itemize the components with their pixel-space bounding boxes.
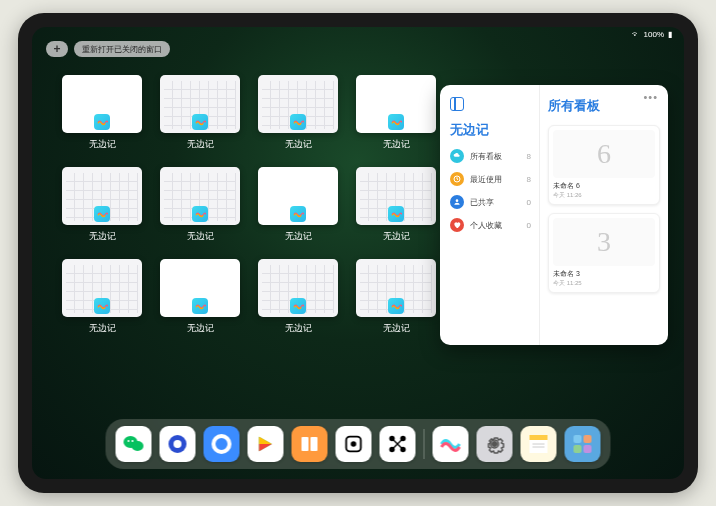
sidebar-toggle-icon[interactable] (450, 97, 464, 111)
dock-wechat-icon[interactable] (116, 426, 152, 462)
sidebar-item-cloud[interactable]: 所有看板8 (450, 149, 531, 163)
window-thumbnail[interactable]: 无边记 (356, 167, 436, 243)
window-more-icon[interactable]: ••• (643, 91, 658, 103)
svg-rect-23 (584, 435, 592, 443)
svg-point-5 (132, 440, 134, 442)
thumbnail-label: 无边记 (285, 230, 312, 243)
freeform-app-icon (192, 298, 208, 314)
sidebar-item-clock[interactable]: 最近使用8 (450, 172, 531, 186)
dock-freeform-icon[interactable] (433, 426, 469, 462)
screen: ᯤ 100% ▮ + 重新打开已关闭的窗口 无边记无边记无边记无边记无边记无边记… (32, 27, 684, 479)
freeform-app-icon (94, 298, 110, 314)
window-thumbnail[interactable]: 无边记 (160, 259, 240, 335)
sidebar-item-count: 0 (527, 198, 531, 207)
board-card[interactable]: 6未命名 6今天 11:26 (548, 125, 660, 205)
thumbnail-label: 无边记 (285, 138, 312, 151)
svg-rect-10 (311, 437, 318, 451)
thumbnail-preview (160, 75, 240, 133)
board-card[interactable]: 3未命名 3今天 11:25 (548, 213, 660, 293)
battery-icon: ▮ (668, 30, 672, 39)
thumbnail-label: 无边记 (89, 230, 116, 243)
cloud-icon (450, 149, 464, 163)
sidebar-item-count: 8 (527, 152, 531, 161)
board-preview: 3 (553, 218, 655, 266)
thumbnail-preview (258, 167, 338, 225)
top-controls: + 重新打开已关闭的窗口 (46, 41, 170, 57)
thumbnail-preview (258, 259, 338, 317)
freeform-app-icon (94, 114, 110, 130)
board-date: 今天 11:26 (553, 191, 655, 200)
svg-point-3 (132, 441, 144, 451)
sidebar-item-count: 8 (527, 175, 531, 184)
sidebar-item-person[interactable]: 已共享0 (450, 195, 531, 209)
sidebar-item-label: 最近使用 (470, 174, 502, 185)
freeform-app-icon (192, 206, 208, 222)
freeform-app-icon (192, 114, 208, 130)
window-thumbnail[interactable]: 无边记 (160, 167, 240, 243)
thumbnail-label: 无边记 (187, 322, 214, 335)
window-thumbnail[interactable]: 无边记 (160, 75, 240, 151)
freeform-app-icon (388, 206, 404, 222)
thumbnail-preview (62, 75, 142, 133)
thumbnail-label: 无边记 (383, 230, 410, 243)
dock (106, 419, 611, 469)
dock-dice-icon[interactable] (336, 426, 372, 462)
board-name: 未命名 6 (553, 181, 655, 191)
svg-point-12 (351, 441, 357, 447)
reopen-closed-window-button[interactable]: 重新打开已关闭的窗口 (74, 41, 170, 57)
window-thumbnail[interactable]: 无边记 (62, 75, 142, 151)
thumbnail-preview (62, 259, 142, 317)
dock-applib-icon[interactable] (565, 426, 601, 462)
content-pane: 所有看板 6未命名 6今天 11:263未命名 3今天 11:25 (540, 85, 668, 345)
ipad-frame: ᯤ 100% ▮ + 重新打开已关闭的窗口 无边记无边记无边记无边记无边记无边记… (18, 13, 698, 493)
window-thumbnail[interactable]: 无边记 (62, 259, 142, 335)
svg-point-7 (174, 440, 182, 448)
dock-nodes-icon[interactable] (380, 426, 416, 462)
window-thumbnail[interactable]: 无边记 (356, 75, 436, 151)
battery-pct: 100% (644, 30, 664, 39)
app-title: 无边记 (450, 121, 531, 139)
svg-point-8 (214, 436, 230, 452)
thumbnail-preview (356, 259, 436, 317)
expanded-app-window[interactable]: ••• 无边记 所有看板8最近使用8已共享0个人收藏0 所有看板 6未命名 6今… (440, 85, 668, 345)
svg-rect-18 (530, 435, 548, 440)
dock-browser2-icon[interactable] (204, 426, 240, 462)
dock-books-icon[interactable] (292, 426, 328, 462)
svg-rect-25 (584, 445, 592, 453)
svg-point-4 (128, 440, 130, 442)
svg-rect-24 (574, 445, 582, 453)
thumbnail-label: 无边记 (89, 138, 116, 151)
svg-rect-9 (302, 437, 309, 451)
thumbnail-label: 无边记 (383, 138, 410, 151)
window-thumbnail[interactable]: 无边记 (258, 167, 338, 243)
person-icon (450, 195, 464, 209)
dock-play-icon[interactable] (248, 426, 284, 462)
svg-rect-22 (574, 435, 582, 443)
dock-separator (424, 429, 425, 459)
sidebar: 无边记 所有看板8最近使用8已共享0个人收藏0 (440, 85, 540, 345)
clock-icon (450, 172, 464, 186)
freeform-app-icon (290, 114, 306, 130)
board-preview: 6 (553, 130, 655, 178)
freeform-app-icon (290, 206, 306, 222)
board-name: 未命名 3 (553, 269, 655, 279)
thumbnail-preview (62, 167, 142, 225)
window-thumbnail[interactable]: 无边记 (258, 75, 338, 151)
sidebar-item-heart[interactable]: 个人收藏0 (450, 218, 531, 232)
new-window-button[interactable]: + (46, 41, 68, 57)
freeform-app-icon (388, 114, 404, 130)
dock-browser1-icon[interactable] (160, 426, 196, 462)
window-thumbnail[interactable]: 无边记 (356, 259, 436, 335)
freeform-app-icon (388, 298, 404, 314)
freeform-app-icon (290, 298, 306, 314)
dock-notes-icon[interactable] (521, 426, 557, 462)
thumbnail-label: 无边记 (187, 138, 214, 151)
dock-settings-icon[interactable] (477, 426, 513, 462)
sidebar-item-label: 个人收藏 (470, 220, 502, 231)
thumbnail-label: 无边记 (285, 322, 312, 335)
thumbnail-preview (356, 167, 436, 225)
window-thumbnail[interactable]: 无边记 (258, 259, 338, 335)
window-thumbnail[interactable]: 无边记 (62, 167, 142, 243)
status-bar: ᯤ 100% ▮ (632, 30, 672, 39)
heart-icon (450, 218, 464, 232)
